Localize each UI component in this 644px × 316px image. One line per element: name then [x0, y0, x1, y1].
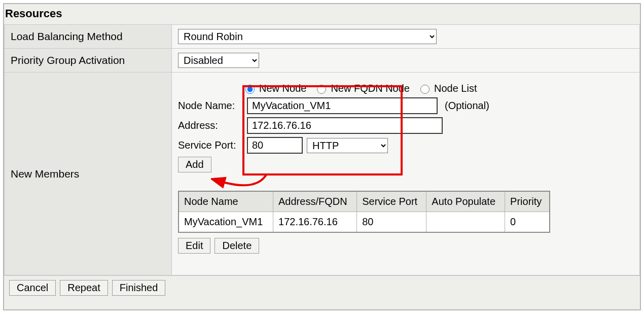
- radio-new-fqdn[interactable]: [317, 85, 326, 94]
- new-members-body: New Node New FQDN Node Node List: [178, 77, 633, 256]
- address-row: Address:: [178, 117, 633, 134]
- node-type-radiogroup: New Node New FQDN Node Node List: [243, 83, 633, 94]
- node-name-input[interactable]: [247, 97, 438, 114]
- node-name-label: Node Name:: [178, 100, 243, 112]
- radio-new-node-text: New Node: [259, 83, 306, 94]
- radio-node-list-label[interactable]: Node List: [418, 83, 477, 94]
- add-button[interactable]: Add: [178, 157, 211, 172]
- radio-new-node[interactable]: [245, 85, 255, 94]
- radio-new-node-label[interactable]: New Node: [243, 83, 306, 94]
- new-members-cell: New Node New FQDN Node Node List: [172, 73, 640, 275]
- add-row: Add: [178, 157, 633, 172]
- node-name-row: Node Name: (Optional): [178, 97, 633, 114]
- node-name-optional: (Optional): [445, 100, 489, 112]
- table-row[interactable]: MyVacation_VM1 172.16.76.16 80 0: [178, 212, 550, 233]
- members-table: Node Name Address/FQDN Service Port Auto…: [178, 191, 550, 233]
- radio-node-list[interactable]: [420, 85, 430, 94]
- cancel-button[interactable]: Cancel: [9, 280, 56, 296]
- priority-group-select[interactable]: Disabled: [178, 53, 259, 68]
- col-auto: Auto Populate: [426, 191, 505, 212]
- finished-button[interactable]: Finished: [112, 280, 166, 296]
- repeat-button[interactable]: Repeat: [60, 280, 108, 296]
- section-title: Resources: [4, 4, 640, 24]
- col-address: Address/FQDN: [273, 191, 357, 212]
- footer-bar: Cancel Repeat Finished: [4, 275, 640, 300]
- cell-auto: [426, 212, 505, 233]
- radio-new-fqdn-label[interactable]: New FQDN Node: [314, 83, 410, 94]
- cell-port: 80: [357, 212, 426, 233]
- resources-panel: Resources Load Balancing Method Round Ro…: [3, 3, 641, 310]
- service-port-proto-select[interactable]: HTTP: [307, 138, 388, 153]
- radio-node-list-text: Node List: [434, 83, 477, 94]
- cell-priority: 0: [505, 212, 550, 233]
- cell-node-name: MyVacation_VM1: [178, 212, 273, 233]
- radio-new-fqdn-text: New FQDN Node: [331, 83, 410, 94]
- lb-method-label: Load Balancing Method: [5, 25, 172, 49]
- lb-method-select[interactable]: Round Robin: [178, 29, 437, 44]
- edit-button[interactable]: Edit: [178, 238, 210, 254]
- members-table-header-row: Node Name Address/FQDN Service Port Auto…: [178, 191, 550, 212]
- table-actions: Edit Delete: [178, 238, 633, 254]
- address-label: Address:: [178, 120, 243, 131]
- service-port-label: Service Port:: [178, 139, 243, 151]
- lb-method-cell: Round Robin: [172, 25, 640, 49]
- priority-group-label: Priority Group Activation: [5, 49, 172, 73]
- resources-form-table: Load Balancing Method Round Robin Priori…: [4, 24, 640, 275]
- col-port: Service Port: [357, 191, 426, 212]
- cell-address: 172.16.76.16: [273, 212, 357, 233]
- service-port-row: Service Port: HTTP: [178, 137, 633, 154]
- priority-group-cell: Disabled: [172, 49, 640, 73]
- col-priority: Priority: [505, 191, 550, 212]
- address-input[interactable]: [247, 117, 443, 134]
- col-node-name: Node Name: [178, 191, 273, 212]
- new-members-label: New Members: [5, 73, 172, 275]
- delete-button[interactable]: Delete: [214, 238, 259, 254]
- service-port-input[interactable]: [247, 137, 303, 154]
